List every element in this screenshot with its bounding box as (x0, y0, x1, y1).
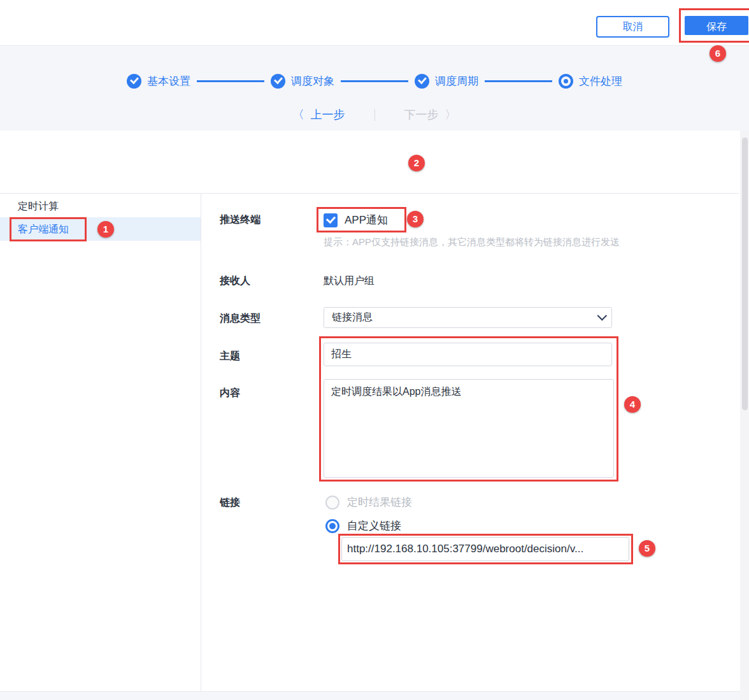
app-notify-hint: 提示：APP仅支持链接消息，其它消息类型都将转为链接消息进行发送 (324, 236, 620, 248)
chevron-left-icon: 〈 (293, 107, 304, 122)
push-terminal-label: 推送终端 (220, 213, 260, 227)
next-step-link[interactable]: 下一步 〉 (404, 107, 457, 122)
step-current-icon (559, 74, 573, 89)
content-textarea[interactable]: 定时调度结果以App消息推送 (324, 379, 614, 478)
radio-label: 定时结果链接 (347, 495, 412, 510)
nav-divider (374, 109, 375, 121)
message-type-label: 消息类型 (220, 312, 260, 325)
step-schedule-cycle: 调度周期 (415, 74, 478, 89)
client-notify-form: 推送终端 APP通知 提示：APP仅支持链接消息，其它消息类型都将转为链接消息进… (201, 194, 749, 691)
step-label: 文件处理 (579, 74, 622, 89)
checkbox-app-notify[interactable]: APP通知 (324, 213, 388, 227)
stepper: 基本设置 调度对象 调度周期 文件处理 (0, 74, 749, 89)
content-label: 内容 (220, 387, 240, 400)
receiver-value: 默认用户组 (324, 275, 374, 288)
step-file-handling: 文件处理 (559, 74, 622, 89)
footer-band (0, 691, 749, 700)
stepper-band: 基本设置 调度对象 调度周期 文件处理 〈 上一步 (0, 45, 749, 131)
step-label: 调度对象 (291, 74, 334, 89)
receiver-label: 接收人 (220, 275, 250, 288)
scheduler-settings-dialog: 取消 保存 基本设置 调度对象 调度周期 文件处理 (0, 0, 749, 700)
message-type-value: 链接消息 (332, 311, 597, 324)
chevron-down-icon (597, 311, 608, 321)
step-check-icon (127, 74, 141, 89)
subject-input[interactable] (324, 343, 612, 366)
link-label: 链接 (220, 496, 240, 510)
step-connector (197, 80, 264, 82)
radio-custom-link[interactable]: 自定义链接 (325, 518, 401, 533)
checkbox-label: APP通知 (345, 213, 388, 227)
cancel-button[interactable]: 取消 (596, 16, 669, 38)
step-navigation: 〈 上一步 下一步 〉 (0, 107, 749, 122)
step-label: 基本设置 (147, 74, 190, 89)
step-check-icon (271, 74, 285, 89)
sidebar-item-scheduled-compute[interactable]: 定时计算 (0, 195, 201, 218)
sidebar-item-client-notify[interactable]: 客户端通知 (0, 217, 201, 241)
step-label: 调度周期 (435, 74, 478, 89)
scrollbar-thumb[interactable] (742, 138, 748, 410)
custom-link-input[interactable] (341, 537, 629, 561)
step-basic-settings: 基本设置 (127, 74, 190, 89)
header-bar: 取消 保存 (0, 0, 749, 45)
radio-label: 自定义链接 (347, 518, 401, 533)
checkbox-checked-icon (324, 213, 338, 227)
radio-off-disabled-icon (325, 496, 339, 510)
next-step-label: 下一步 (404, 107, 439, 122)
radio-on-icon (325, 519, 339, 533)
annotation-box-6: 保存 (679, 8, 749, 43)
chevron-right-icon: 〉 (445, 107, 457, 122)
save-button[interactable]: 保存 (685, 16, 748, 35)
step-connector (341, 80, 408, 82)
message-type-select[interactable]: 链接消息 (324, 307, 612, 328)
subject-label: 主题 (220, 350, 240, 363)
step-schedule-object: 调度对象 (271, 74, 334, 89)
notify-type-sidebar: 定时计算 客户端通知 (0, 194, 201, 691)
radio-scheduled-result-link[interactable]: 定时结果链接 (325, 495, 412, 510)
prev-step-link[interactable]: 〈 上一步 (293, 107, 345, 122)
step-connector (485, 80, 552, 82)
prev-step-label: 上一步 (311, 107, 345, 122)
step-check-icon (415, 74, 429, 89)
process-method-row: 处理方式 定时计算 邮件通知 客户端通知 (0, 131, 749, 193)
